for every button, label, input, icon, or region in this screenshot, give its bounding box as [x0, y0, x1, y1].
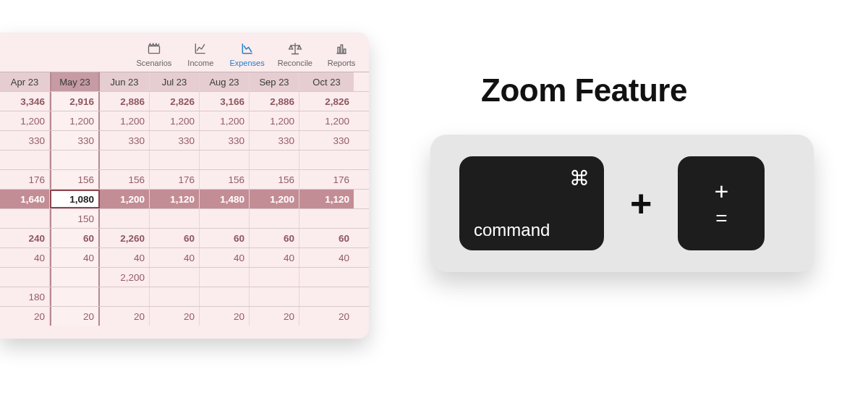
- cell[interactable]: [150, 268, 200, 287]
- cell[interactable]: 2,886: [250, 92, 299, 111]
- cell[interactable]: 1,200: [250, 190, 299, 208]
- cell[interactable]: [100, 287, 150, 306]
- cell[interactable]: [250, 209, 299, 228]
- cell[interactable]: 176: [0, 170, 50, 189]
- cell[interactable]: 20: [0, 307, 50, 326]
- column-header[interactable]: Jun 23: [100, 72, 150, 91]
- cell[interactable]: [250, 287, 299, 306]
- cell[interactable]: [50, 268, 100, 287]
- cell[interactable]: 150: [50, 209, 100, 228]
- cell[interactable]: 330: [250, 131, 299, 150]
- cell[interactable]: 1,480: [200, 190, 250, 208]
- cell[interactable]: 40: [250, 248, 299, 267]
- cell[interactable]: 60: [200, 229, 250, 247]
- cell[interactable]: 330: [100, 131, 150, 150]
- cell[interactable]: 2,826: [150, 92, 200, 111]
- tab-scenarios[interactable]: Scenarios: [136, 41, 171, 67]
- cell[interactable]: 2,260: [100, 229, 150, 247]
- cell[interactable]: 20: [50, 307, 100, 326]
- cell[interactable]: 156: [250, 170, 299, 189]
- cell[interactable]: [0, 268, 50, 287]
- cell[interactable]: 176: [150, 170, 200, 189]
- cell[interactable]: 240: [0, 229, 50, 247]
- cell[interactable]: 1,200: [100, 111, 150, 130]
- cell[interactable]: 156: [200, 170, 250, 189]
- cell[interactable]: 1,120: [299, 190, 354, 208]
- cell[interactable]: 330: [150, 131, 200, 150]
- cell[interactable]: 40: [150, 248, 200, 267]
- cell[interactable]: 1,640: [0, 190, 50, 208]
- tab-income[interactable]: Income: [184, 41, 216, 67]
- cell[interactable]: 180: [0, 287, 50, 306]
- data-grid[interactable]: Apr 23May 23Jun 23Jul 23Aug 23Sep 23Oct …: [0, 72, 369, 326]
- cell[interactable]: 1,080: [50, 190, 100, 208]
- cell[interactable]: 330: [0, 131, 50, 150]
- cell[interactable]: 1,200: [100, 190, 150, 208]
- cell[interactable]: 60: [250, 229, 299, 247]
- cell[interactable]: 60: [50, 229, 100, 247]
- tab-reconcile[interactable]: Reconcile: [278, 41, 312, 67]
- cell[interactable]: [299, 209, 354, 228]
- cell[interactable]: 1,200: [0, 111, 50, 130]
- cell[interactable]: 20: [200, 307, 250, 326]
- cell[interactable]: [150, 151, 200, 169]
- cell[interactable]: 40: [100, 248, 150, 267]
- cell[interactable]: 2,200: [100, 268, 150, 287]
- cell[interactable]: [200, 287, 250, 306]
- cell[interactable]: 40: [200, 248, 250, 267]
- cell[interactable]: [200, 268, 250, 287]
- header-row: Apr 23May 23Jun 23Jul 23Aug 23Sep 23Oct …: [0, 72, 369, 91]
- column-header[interactable]: Apr 23: [0, 72, 50, 91]
- cell[interactable]: [299, 287, 354, 306]
- cell[interactable]: [50, 287, 100, 306]
- tab-reports[interactable]: Reports: [326, 41, 357, 67]
- cell[interactable]: 3,346: [0, 92, 50, 111]
- cell[interactable]: 1,200: [299, 111, 354, 130]
- cell[interactable]: 20: [299, 307, 354, 326]
- cell[interactable]: [0, 209, 50, 228]
- cell[interactable]: 156: [50, 170, 100, 189]
- cell[interactable]: 1,200: [200, 111, 250, 130]
- cell[interactable]: 20: [250, 307, 299, 326]
- cell[interactable]: 330: [200, 131, 250, 150]
- cell[interactable]: [150, 287, 200, 306]
- cell[interactable]: [200, 151, 250, 169]
- cell[interactable]: 176: [299, 170, 354, 189]
- cell[interactable]: 60: [299, 229, 354, 247]
- cell[interactable]: 20: [100, 307, 150, 326]
- column-header[interactable]: Jul 23: [150, 72, 200, 91]
- cell[interactable]: 1,120: [150, 190, 200, 208]
- cell[interactable]: 40: [50, 248, 100, 267]
- cell[interactable]: 2,826: [299, 92, 354, 111]
- cell[interactable]: 3,166: [200, 92, 250, 111]
- cell[interactable]: 156: [100, 170, 150, 189]
- cell[interactable]: 1,200: [250, 111, 299, 130]
- cell[interactable]: [250, 151, 299, 169]
- cell[interactable]: 1,200: [150, 111, 200, 130]
- column-header[interactable]: Oct 23: [299, 72, 354, 91]
- tab-expenses[interactable]: Expenses: [229, 41, 264, 67]
- tab-label: Reconcile: [278, 59, 312, 67]
- cell[interactable]: [100, 151, 150, 169]
- cell[interactable]: 2,916: [50, 92, 100, 111]
- cell[interactable]: 2,886: [100, 92, 150, 111]
- column-header[interactable]: Sep 23: [250, 72, 299, 91]
- cell[interactable]: [299, 268, 354, 287]
- cell[interactable]: 330: [50, 131, 100, 150]
- cell[interactable]: [100, 209, 150, 228]
- cell[interactable]: 60: [150, 229, 200, 247]
- cell[interactable]: [299, 151, 354, 169]
- cell[interactable]: [200, 209, 250, 228]
- cell[interactable]: 20: [150, 307, 200, 326]
- cell[interactable]: [50, 151, 100, 169]
- cell[interactable]: [250, 268, 299, 287]
- cell[interactable]: [0, 151, 50, 169]
- column-header[interactable]: May 23: [50, 72, 100, 91]
- cell[interactable]: 330: [299, 131, 354, 150]
- cell[interactable]: 1,200: [50, 111, 100, 130]
- cell[interactable]: 40: [0, 248, 50, 267]
- cell[interactable]: [150, 209, 200, 228]
- cell[interactable]: 40: [299, 248, 354, 267]
- table-row: 240602,26060606060: [0, 228, 369, 247]
- column-header[interactable]: Aug 23: [200, 72, 250, 91]
